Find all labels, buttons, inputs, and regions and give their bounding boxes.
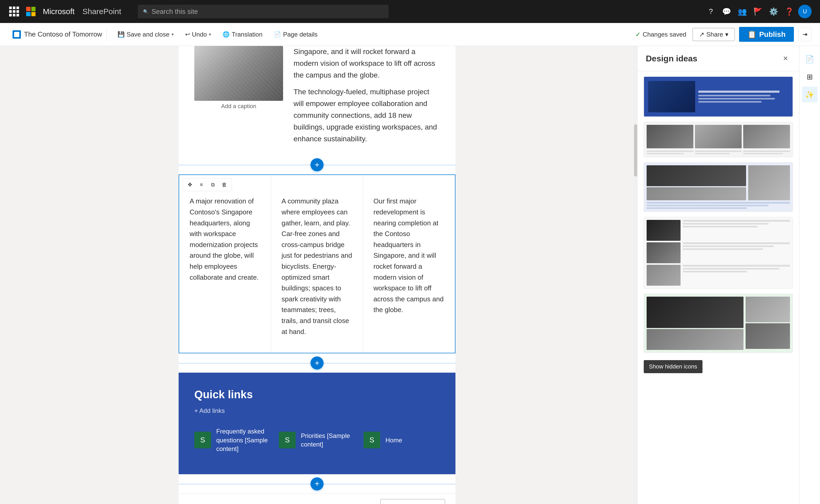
image-caption-section: Add a caption Singapore, and it will roc… bbox=[179, 46, 455, 155]
microsoft-logo bbox=[26, 7, 36, 16]
right-tools-panel: 📄 ⊞ ✨ bbox=[799, 46, 820, 504]
add-section-circle-middle[interactable]: + bbox=[311, 356, 324, 370]
save-close-caret: ▾ bbox=[172, 32, 174, 37]
page-inner: Add a caption Singapore, and it will roc… bbox=[179, 46, 455, 504]
changes-saved-text: Changes saved bbox=[643, 31, 686, 38]
brand-icon bbox=[13, 30, 21, 39]
add-section-button-bottom[interactable]: + bbox=[179, 474, 455, 494]
chat-icon[interactable]: 💬 bbox=[720, 5, 733, 18]
design-card-4[interactable] bbox=[644, 217, 793, 289]
image-caption[interactable]: Add a caption bbox=[194, 103, 283, 110]
nav-icons-group: ? 💬 👥 🚩 ⚙️ ❓ U bbox=[704, 5, 812, 18]
design-card-3[interactable] bbox=[644, 162, 793, 212]
question-icon[interactable]: ❓ bbox=[782, 5, 796, 18]
section-toolbar: ✥ ≡ ⧉ 🗑 bbox=[182, 178, 232, 191]
link-text-1: Frequently asked questions [Sample conte… bbox=[216, 427, 268, 453]
link-icon-2: S bbox=[279, 432, 296, 448]
link-item-2[interactable]: S Priorities [Sample content] bbox=[279, 427, 353, 453]
column-3: Our first major redevelopment is nearing… bbox=[363, 175, 455, 353]
add-section-button-middle[interactable]: + bbox=[179, 353, 455, 373]
search-icon: 🔍 bbox=[143, 9, 148, 14]
link-text-2: Priorities [Sample content] bbox=[301, 431, 353, 449]
share-icon: ↗ bbox=[699, 31, 704, 38]
link-text-3: Home bbox=[385, 436, 402, 445]
share-button[interactable]: ↗ Share ▾ bbox=[693, 28, 735, 41]
undo-button[interactable]: ↩ Undo ▾ bbox=[180, 28, 216, 41]
scrollbar-thumb[interactable] bbox=[634, 124, 637, 177]
share-caret: ▾ bbox=[725, 31, 728, 38]
page-content: Add a caption Singapore, and it will roc… bbox=[0, 46, 634, 504]
search-placeholder: Search this site bbox=[151, 8, 198, 16]
close-design-panel-button[interactable]: ✕ bbox=[780, 53, 791, 64]
design-ideas-panel: Design ideas ✕ bbox=[637, 46, 799, 504]
three-column-section: ✥ ≡ ⧉ 🗑 A major renovation of Contoso's … bbox=[179, 174, 455, 353]
column-2: A community plaza where employees can ga… bbox=[271, 175, 363, 353]
feedback-icon: ✉ bbox=[388, 503, 393, 504]
translation-button[interactable]: 🌐 Translation bbox=[218, 28, 267, 41]
quick-links-title: Quick links bbox=[194, 388, 440, 401]
right-tool-design-icon[interactable]: ✨ bbox=[802, 87, 818, 102]
design-panel-header: Design ideas ✕ bbox=[637, 46, 799, 71]
app-launcher-button[interactable] bbox=[8, 6, 20, 17]
design-card-1[interactable] bbox=[644, 77, 793, 117]
search-bar[interactable]: 🔍 Search this site bbox=[138, 5, 389, 18]
edit-section-button[interactable]: ≡ bbox=[196, 179, 207, 190]
toolbar: The Contoso of Tomorrow 💾 Save and close… bbox=[0, 23, 820, 46]
right-tool-pages-icon[interactable]: 📄 bbox=[802, 51, 818, 67]
right-tool-layout-icon[interactable]: ⊞ bbox=[802, 69, 818, 85]
move-section-button[interactable]: ✥ bbox=[185, 179, 195, 190]
feedback-label: Send feedback bbox=[396, 503, 437, 504]
design-card-5[interactable] bbox=[644, 294, 793, 353]
people-icon[interactable]: 👥 bbox=[735, 5, 749, 18]
share-label: Share bbox=[706, 31, 723, 38]
checkmark-icon: ✓ bbox=[635, 31, 641, 38]
collapse-icon: ⇥ bbox=[803, 31, 807, 38]
page-details-label: Page details bbox=[283, 31, 318, 38]
show-hidden-icons-tooltip: Show hidden icons bbox=[644, 360, 702, 373]
settings-icon[interactable]: ⚙️ bbox=[767, 5, 780, 18]
undo-caret: ▾ bbox=[209, 32, 211, 37]
col2-text: A community plaza where employees can ga… bbox=[282, 196, 352, 337]
page-details-icon: 📄 bbox=[274, 31, 281, 38]
main-area: Add a caption Singapore, and it will roc… bbox=[0, 46, 820, 504]
microsoft-text: Microsoft bbox=[43, 7, 75, 16]
avatar[interactable]: U bbox=[798, 5, 812, 18]
collapse-panel-button[interactable]: ⇥ bbox=[798, 28, 812, 41]
add-section-circle[interactable]: + bbox=[311, 158, 324, 171]
brand-section: The Contoso of Tomorrow bbox=[8, 28, 107, 41]
save-close-label: Save and close bbox=[127, 31, 169, 38]
help-circle-icon[interactable]: ? bbox=[704, 5, 718, 18]
scrollbar-track[interactable] bbox=[634, 46, 637, 504]
intro-text-2: The technology-fueled, multiphase projec… bbox=[294, 86, 440, 145]
design-panel-title: Design ideas bbox=[646, 54, 697, 63]
undo-label: Undo bbox=[192, 31, 207, 38]
feedback-bar: ✉ Send feedback bbox=[179, 494, 455, 504]
changes-saved-indicator: ✓ Changes saved bbox=[635, 31, 686, 38]
link-icon-1: S bbox=[194, 432, 211, 448]
top-navigation: Microsoft SharePoint 🔍 Search this site … bbox=[0, 0, 820, 23]
add-section-button-top[interactable]: + bbox=[179, 155, 455, 174]
publish-button[interactable]: 📋 Publish bbox=[739, 27, 794, 42]
link-icon-3: S bbox=[364, 432, 380, 448]
sharepoint-text: SharePoint bbox=[83, 7, 121, 16]
save-and-close-button[interactable]: 💾 Save and close ▾ bbox=[113, 28, 178, 41]
delete-section-button[interactable]: 🗑 bbox=[219, 179, 230, 190]
quick-links-row: S Frequently asked questions [Sample con… bbox=[194, 427, 440, 453]
col3-text: Our first major redevelopment is nearing… bbox=[373, 196, 444, 315]
send-feedback-button[interactable]: ✉ Send feedback bbox=[380, 499, 445, 504]
link-item-3[interactable]: S Home bbox=[364, 427, 402, 453]
three-column-grid: A major renovation of Contoso's Singapor… bbox=[179, 175, 455, 353]
quick-links-section: Quick links + Add links S Frequently ask… bbox=[179, 373, 455, 474]
flag-icon[interactable]: 🚩 bbox=[751, 5, 765, 18]
intro-text-1: Singapore, and it will rocket forward a … bbox=[294, 46, 440, 81]
design-card-2[interactable] bbox=[644, 122, 793, 157]
publish-icon: 📋 bbox=[747, 30, 757, 39]
save-icon: 💾 bbox=[118, 31, 125, 38]
add-links-button[interactable]: + Add links bbox=[194, 407, 440, 414]
add-section-circle-bottom[interactable]: + bbox=[311, 477, 324, 490]
publish-label: Publish bbox=[759, 30, 786, 39]
duplicate-section-button[interactable]: ⧉ bbox=[208, 179, 218, 190]
brand-name: The Contoso of Tomorrow bbox=[24, 30, 102, 38]
link-item-1[interactable]: S Frequently asked questions [Sample con… bbox=[194, 427, 268, 453]
page-details-button[interactable]: 📄 Page details bbox=[269, 28, 322, 41]
